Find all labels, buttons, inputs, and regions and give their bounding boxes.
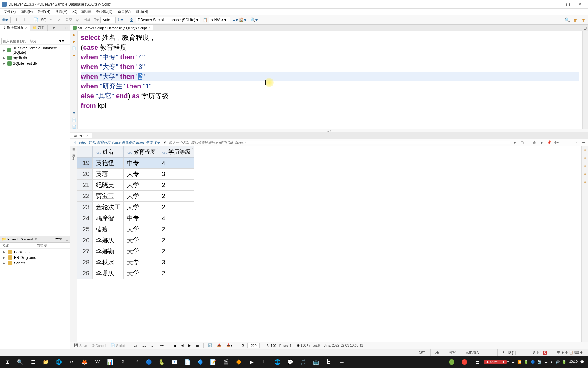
- home-button[interactable]: 🏠▾: [239, 16, 246, 24]
- sort-icon[interactable]: ▼: [539, 140, 545, 145]
- filter-icon[interactable]: 🗑: [532, 140, 537, 145]
- table-row[interactable]: 27李娜颖大学2: [77, 246, 194, 257]
- nav-search-input[interactable]: [1, 38, 57, 44]
- cell[interactable]: 大专: [124, 169, 159, 180]
- tree-item-db[interactable]: ▶mydb.db: [0, 55, 70, 61]
- menu-edit[interactable]: 编辑(E): [18, 9, 35, 15]
- maximize-icon[interactable]: ▢: [64, 25, 69, 30]
- row-number[interactable]: 27: [77, 246, 93, 257]
- tray-icon[interactable]: 🗄: [471, 356, 484, 368]
- cell[interactable]: 大学: [124, 268, 159, 279]
- app-icon[interactable]: 📝: [207, 356, 219, 368]
- cell[interactable]: 4: [159, 158, 194, 169]
- row-number[interactable]: 19: [77, 158, 93, 169]
- tree-item-db[interactable]: ▶SQLite Test.db: [0, 61, 70, 66]
- cloud-button[interactable]: ☁▾: [231, 16, 238, 24]
- row-number[interactable]: 24: [77, 213, 93, 224]
- cell[interactable]: 李珊庆: [93, 268, 124, 279]
- tree-item-db[interactable]: ▶DBeaver Sample Database (SQLite): [0, 45, 70, 55]
- filter-icon[interactable]: ▼▾: [58, 39, 64, 43]
- editor-tab-script[interactable]: *<DBeaver Sample Database (SQLite)> Scri…: [70, 25, 153, 30]
- next-icon[interactable]: ▶: [187, 343, 193, 348]
- app-icon[interactable]: 🔵: [143, 356, 155, 368]
- minimize-icon[interactable]: —: [576, 26, 582, 30]
- refresh-button[interactable]: ↻▾: [116, 16, 124, 24]
- nav-prev-icon[interactable]: ←: [566, 140, 571, 145]
- menu-search[interactable]: 搜索(A): [53, 9, 70, 15]
- app-icon[interactable]: 📁: [40, 356, 52, 368]
- project-tree[interactable]: ▶Bookmarks ▶ER Diagrams ▶Scripts: [0, 249, 70, 349]
- start-button[interactable]: ⊞: [1, 356, 13, 368]
- collapse-icon[interactable]: ⊟: [53, 237, 55, 241]
- tab-projects[interactable]: 📁 项目: [30, 25, 48, 31]
- prev-icon[interactable]: ◀: [179, 343, 185, 348]
- first-icon[interactable]: ⏮: [171, 343, 178, 348]
- tray-icon[interactable]: 🟢: [446, 356, 458, 368]
- app-icon[interactable]: 📺: [310, 356, 322, 368]
- row-number[interactable]: 26: [77, 235, 93, 246]
- filter-input[interactable]: [168, 141, 510, 144]
- last-icon[interactable]: ⏭: [194, 343, 201, 348]
- new-connection-button[interactable]: ✚▾: [1, 16, 9, 24]
- table-row[interactable]: 23金轮法王大学2: [77, 202, 194, 213]
- del-row-icon[interactable]: ≡−: [149, 343, 157, 348]
- gear-icon[interactable]: ⚙: [72, 111, 77, 116]
- refresh-icon[interactable]: 🔄: [206, 343, 214, 348]
- table-row[interactable]: 19黄袍怪中专4: [77, 158, 194, 169]
- nav-back-button[interactable]: ⬆: [13, 16, 20, 24]
- cell[interactable]: 2: [159, 202, 194, 213]
- table-row[interactable]: 25蓝瘦大学2: [77, 224, 194, 235]
- cell[interactable]: 纪晓芙: [93, 180, 124, 191]
- cell[interactable]: 大专: [124, 257, 159, 268]
- table-row[interactable]: 21纪晓芙大学2: [77, 180, 194, 191]
- nav-fwd-button[interactable]: ⬇: [21, 16, 28, 24]
- execute-script-icon[interactable]: 📄: [72, 46, 77, 51]
- minimize-icon[interactable]: —: [62, 237, 65, 241]
- explain-icon[interactable]: E: [72, 53, 77, 58]
- result-grid[interactable]: ABC姓名↕ ABC教育程度↕ ABC学历等级↕ 19黄袍怪中专420黄蓉大专3…: [77, 146, 329, 342]
- grid-mode-button[interactable]: ▦ 网格: [72, 147, 76, 151]
- project-item-bookmarks[interactable]: ▶Bookmarks: [0, 249, 70, 255]
- table-row[interactable]: 20黄蓉大专3: [77, 169, 194, 180]
- close-icon[interactable]: ✕: [86, 134, 89, 137]
- tab-db-navigator[interactable]: 🗄 数据库导航 ✕: [0, 25, 30, 31]
- close-button[interactable]: ✕: [574, 1, 586, 7]
- maximize-icon[interactable]: ▢: [65, 237, 68, 241]
- tray-icon[interactable]: 🔴: [458, 356, 471, 368]
- save-button[interactable]: 💾 Save: [72, 343, 89, 348]
- cell[interactable]: 2: [159, 191, 194, 202]
- menu-file[interactable]: 文件(F): [1, 9, 18, 15]
- menu-icon[interactable]: ⋮: [65, 39, 69, 43]
- pin-icon[interactable]: 📌: [546, 140, 552, 145]
- cell[interactable]: 李娜颖: [93, 246, 124, 257]
- stop-icon[interactable]: ▢: [519, 140, 525, 145]
- link-icon[interactable]: ⇄: [55, 237, 58, 241]
- cell[interactable]: 3: [159, 169, 194, 180]
- app-icon[interactable]: 💬: [284, 356, 296, 368]
- execute-new-icon[interactable]: ▶: [72, 39, 77, 44]
- panels-icon[interactable]: ▦: [582, 147, 587, 152]
- close-icon[interactable]: ✕: [25, 26, 28, 29]
- app-icon[interactable]: 🌐: [271, 356, 284, 368]
- cell[interactable]: 大学: [124, 235, 159, 246]
- commit-button[interactable]: ✓: [56, 16, 63, 24]
- dropdown-icon[interactable]: ▾: [50, 18, 52, 21]
- app-icon[interactable]: ➡: [336, 356, 348, 368]
- maximize-icon[interactable]: ▢: [582, 26, 588, 30]
- app-icon[interactable]: L: [258, 356, 271, 368]
- cell[interactable]: 2: [159, 235, 194, 246]
- sql-editor-button[interactable]: 📄: [32, 16, 39, 24]
- col-level[interactable]: ABC学历等级↕: [159, 146, 194, 158]
- cell[interactable]: 李秋水: [93, 257, 124, 268]
- script-button[interactable]: 📄 Script: [109, 343, 126, 348]
- cell[interactable]: 大学: [124, 180, 159, 191]
- app-icon[interactable]: 📧: [168, 356, 181, 368]
- group-icon[interactable]: ▦: [582, 171, 587, 176]
- value-icon[interactable]: ▦: [582, 155, 587, 160]
- row-number[interactable]: 23: [77, 202, 93, 213]
- col-name[interactable]: ABC姓名↕: [93, 146, 124, 158]
- plan-icon[interactable]: ⊞: [72, 59, 77, 64]
- editor-splitter[interactable]: ▴ ▾: [70, 129, 588, 132]
- tx-button[interactable]: T▾: [92, 16, 100, 24]
- cell[interactable]: 蓝瘦: [93, 224, 124, 235]
